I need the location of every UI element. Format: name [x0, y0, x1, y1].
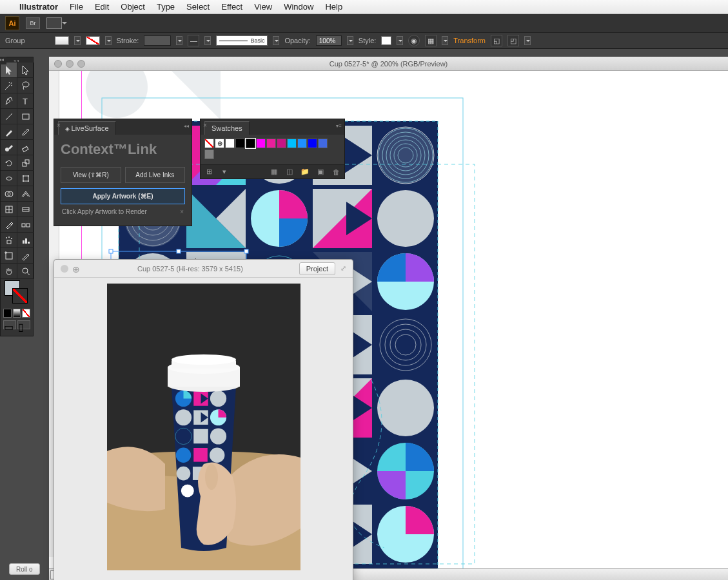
perspective-grid-tool[interactable]: [17, 186, 34, 202]
app-name[interactable]: Illustrator: [19, 2, 58, 12]
brush-dropdown[interactable]: [273, 36, 279, 45]
variable-width-profile[interactable]: —: [188, 35, 199, 46]
apply-artwork-button[interactable]: Apply Artwork (⌘E): [61, 188, 185, 204]
screen-mode-normal[interactable]: ▭: [3, 320, 16, 329]
mesh-tool[interactable]: [1, 202, 17, 217]
menu-effect[interactable]: Effect: [221, 2, 242, 12]
selection-tool[interactable]: [1, 63, 17, 78]
menu-help[interactable]: Help: [325, 2, 342, 12]
scale-tool[interactable]: [17, 155, 34, 171]
swatch-blue[interactable]: [297, 139, 307, 148]
panel-close-icon[interactable]: ×: [57, 122, 63, 128]
rectangle-tool[interactable]: [17, 109, 34, 124]
paintbrush-tool[interactable]: [1, 124, 17, 140]
stroke-weight-input[interactable]: [144, 35, 171, 46]
project-button[interactable]: Project: [299, 262, 335, 275]
vwp-dropdown[interactable]: [204, 36, 211, 45]
swatches-tab[interactable]: Swatches: [204, 121, 250, 135]
stroke-color-box[interactable]: [12, 288, 28, 304]
preview-expand-icon[interactable]: ⤢: [340, 264, 346, 273]
opacity-dropdown[interactable]: [347, 36, 353, 45]
magic-wand-tool[interactable]: [1, 78, 17, 93]
swatch-royalblue[interactable]: [318, 139, 328, 148]
pen-tool[interactable]: [1, 93, 17, 109]
color-mode-none[interactable]: [22, 309, 30, 318]
color-mode-gradient[interactable]: [13, 309, 21, 318]
new-color-group-icon[interactable]: 📁: [300, 168, 310, 177]
panel-menu-icon[interactable]: ▾≡: [336, 123, 342, 129]
swatch-white[interactable]: [225, 139, 235, 148]
width-tool[interactable]: [1, 171, 17, 186]
preview-close-icon[interactable]: [61, 265, 68, 273]
arrange-documents-icon[interactable]: [46, 17, 62, 29]
column-graph-tool[interactable]: [17, 233, 34, 248]
window-close-button[interactable]: [54, 60, 62, 68]
eyedropper-tool[interactable]: [1, 217, 17, 233]
view-button[interactable]: View (⇧⌘R): [61, 167, 121, 183]
opacity-input[interactable]: [316, 35, 342, 46]
free-transform-tool[interactable]: [17, 171, 34, 186]
delete-swatch-icon[interactable]: 🗑: [331, 168, 340, 177]
new-swatch-icon[interactable]: ▣: [316, 168, 325, 177]
transform-link[interactable]: Transform: [453, 37, 486, 44]
isolate-icon[interactable]: ◱: [491, 35, 502, 46]
window-minimize-button[interactable]: [66, 60, 74, 68]
swatch-darkpink[interactable]: [277, 139, 286, 148]
eraser-tool[interactable]: [17, 140, 34, 155]
shape-builder-tool[interactable]: [1, 186, 17, 202]
panel-collapse-icon[interactable]: ◂◂: [184, 123, 189, 129]
menu-view[interactable]: View: [254, 2, 272, 12]
swatch-libraries-dd[interactable]: ▾: [220, 168, 229, 177]
line-tool[interactable]: [1, 109, 17, 124]
pencil-tool[interactable]: [17, 124, 34, 140]
style-dropdown[interactable]: [397, 36, 403, 45]
show-swatch-kinds-icon[interactable]: ▦: [270, 168, 279, 177]
mask-dropdown[interactable]: [524, 36, 531, 45]
bridge-icon[interactable]: Br: [26, 17, 40, 29]
align-dropdown[interactable]: [442, 36, 448, 45]
lasso-tool[interactable]: [17, 78, 34, 93]
zoom-tool[interactable]: [17, 264, 34, 279]
stroke-weight-dropdown[interactable]: [176, 36, 182, 45]
slice-tool[interactable]: [17, 248, 34, 264]
align-icon[interactable]: ▦: [425, 35, 437, 46]
collapsed-dock-strip[interactable]: ◂◂: [0, 57, 6, 64]
preview-add-icon[interactable]: ⊕: [72, 264, 81, 273]
artboard-tool[interactable]: [1, 248, 17, 264]
type-tool[interactable]: T: [17, 93, 34, 109]
symbol-sprayer-tool[interactable]: [1, 233, 17, 248]
menu-window[interactable]: Window: [284, 2, 313, 12]
swatch-libraries-icon[interactable]: ⊞: [204, 168, 213, 177]
fill-dropdown[interactable]: [74, 36, 81, 45]
menu-type[interactable]: Type: [157, 2, 175, 12]
menu-file[interactable]: File: [70, 2, 83, 12]
rotate-tool[interactable]: [1, 155, 17, 171]
stroke-swatch[interactable]: [86, 36, 100, 45]
panel-close-icon[interactable]: ×: [203, 122, 210, 128]
stroke-dropdown[interactable]: [105, 36, 112, 45]
swatch-options-icon[interactable]: ◫: [285, 168, 294, 177]
swatch-registration[interactable]: [215, 139, 224, 148]
blob-brush-tool[interactable]: [1, 140, 17, 155]
menu-object[interactable]: Object: [121, 2, 145, 12]
macos-menubar[interactable]: Illustrator File Edit Object Type Select…: [0, 0, 728, 14]
document-titlebar[interactable]: Cup 0527-5* @ 200% (RGB/Preview): [49, 57, 728, 71]
screen-mode-full[interactable]: ▯: [17, 320, 30, 329]
swatch-gray[interactable]: [204, 150, 214, 159]
livesurface-tab[interactable]: LiveSurface: [58, 121, 116, 135]
direct-selection-tool[interactable]: [17, 63, 34, 78]
gradient-tool[interactable]: [17, 202, 34, 217]
hint-close-icon[interactable]: ×: [180, 208, 184, 215]
swatch-none[interactable]: [204, 139, 214, 148]
brush-definition[interactable]: Basic: [216, 35, 268, 46]
swatch-magenta[interactable]: [256, 139, 266, 148]
menu-select[interactable]: Select: [186, 2, 210, 12]
window-zoom-button[interactable]: [77, 60, 85, 68]
blend-tool[interactable]: [17, 217, 34, 233]
swatch-darkblue[interactable]: [308, 139, 317, 148]
hand-tool[interactable]: [1, 264, 17, 279]
menu-edit[interactable]: Edit: [95, 2, 109, 12]
color-mode-solid[interactable]: [3, 309, 12, 318]
recolor-artwork-icon[interactable]: ◉: [408, 35, 420, 46]
swatch-cyan[interactable]: [287, 139, 297, 148]
